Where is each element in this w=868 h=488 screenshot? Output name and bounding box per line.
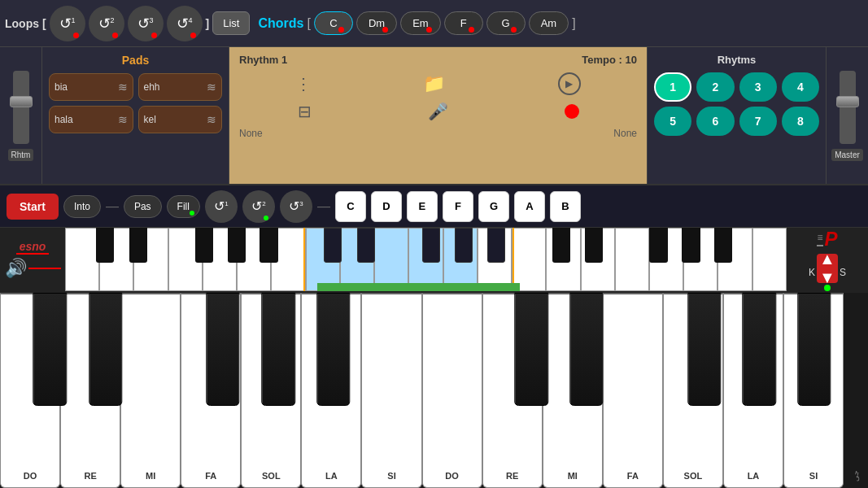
note-D[interactable]: D [371, 191, 402, 222]
pas-button[interactable]: Pas [124, 195, 162, 218]
none-right: None [613, 128, 637, 139]
rhythm-row2: ⊟ 🎤 [239, 102, 637, 121]
chord-c-dot [338, 27, 344, 33]
chord-btn-C[interactable]: C [314, 11, 353, 35]
key-sol-1[interactable]: SOL [241, 293, 301, 488]
chord-g-dot [511, 27, 517, 33]
rhythm-6-btn[interactable]: 6 [696, 107, 734, 136]
right-slider-thumb [836, 96, 859, 107]
key-sol-2[interactable]: SOL [663, 293, 723, 488]
note-A[interactable]: A [514, 191, 545, 222]
transpose-arrow[interactable]: ▲ ▼ [817, 254, 838, 283]
loop-btn-1[interactable]: ↺1 [50, 6, 85, 41]
right-slider-panel: Master [826, 47, 868, 184]
chord-btn-Dm[interactable]: Dm [356, 11, 397, 35]
key-la-1[interactable]: LA [301, 293, 361, 488]
master-label: Master [831, 149, 863, 161]
note-B[interactable]: B [550, 191, 581, 222]
chords-close-bracket: ] [572, 16, 575, 31]
top-bar: Loops [ ↺1 ↺2 ↺3 ↺4 ] List Chords [ C Dm… [0, 0, 868, 47]
middle-section: Rhtm Pads bia ≋ ehh ≋ hala ≋ kel ≋ [0, 47, 868, 185]
pads-section: Pads bia ≋ ehh ≋ hala ≋ kel ≋ [42, 47, 229, 184]
rhythm-7-btn[interactable]: 7 [739, 107, 777, 136]
key-fa-2[interactable]: FA [603, 293, 663, 488]
chords-open-bracket: [ [307, 16, 310, 31]
key-do-1[interactable]: DO [0, 293, 60, 488]
rhythm-5-btn[interactable]: 5 [654, 107, 691, 136]
note-F[interactable]: F [443, 191, 473, 222]
fill-button[interactable]: Fill [167, 195, 200, 218]
folder-icon[interactable]: 📁 [423, 73, 445, 94]
pad-ehh[interactable]: ehh ≋ [138, 73, 223, 101]
rhythm-3-btn[interactable]: 3 [739, 72, 777, 102]
chord-btn-F[interactable]: F [444, 11, 483, 35]
controls-bar: Start Into — Pas Fill ↺1 ↺2 ↺3 — C D E F… [0, 185, 868, 228]
pad-bia-label: bia [55, 81, 68, 93]
key-si-1[interactable]: SI [361, 293, 421, 488]
esno-red-line [16, 253, 49, 255]
rhythm-2-btn[interactable]: 2 [696, 72, 734, 102]
brand-watermark: ﺟﻰ [852, 470, 860, 481]
note-G[interactable]: G [478, 191, 509, 222]
rhythm-4-btn[interactable]: 4 [782, 72, 819, 102]
right-slider-track[interactable] [840, 71, 856, 144]
piano-mini-keys [65, 228, 787, 291]
pad-kel-wave: ≋ [207, 113, 216, 126]
orange-line-left [303, 228, 305, 291]
close-bracket: ] [206, 17, 210, 30]
loop-btn-2[interactable]: ↺2 [89, 6, 124, 41]
dash-2: — [317, 199, 330, 214]
key-re-1[interactable]: RE [60, 293, 120, 488]
key-mi-2[interactable]: MI [543, 293, 603, 488]
loop-btn-4[interactable]: ↺4 [167, 6, 203, 41]
key-re-2[interactable]: RE [482, 293, 543, 488]
loop-2-ctrl-dot [264, 216, 268, 220]
pad-kel[interactable]: kel ≋ [138, 106, 223, 133]
rhythm-1-btn[interactable]: 1 [654, 72, 691, 102]
staff-icon: ≡ [817, 232, 822, 246]
key-la-2[interactable]: LA [723, 293, 783, 488]
left-slider-track[interactable] [13, 71, 29, 144]
note-C[interactable]: C [335, 191, 366, 222]
chord-btn-Em[interactable]: Em [400, 11, 441, 35]
key-si-2[interactable]: SI [783, 293, 844, 488]
start-button[interactable]: Start [7, 194, 59, 220]
eq-icon[interactable]: ⊟ [298, 102, 312, 121]
loop-3-symbol: ↺3 [137, 15, 154, 33]
note-E[interactable]: E [407, 191, 438, 222]
loop-2-dot [112, 33, 118, 38]
pad-ehh-wave: ≋ [207, 81, 216, 94]
loop-ctrl-1[interactable]: ↺1 [205, 190, 238, 223]
loop-4-symbol: ↺4 [177, 15, 193, 33]
rhythms-grid: 1 2 3 4 5 6 7 8 [654, 72, 819, 136]
rhythm-header: Rhythm 1 Tempo : 10 [239, 54, 637, 66]
pad-bia[interactable]: bia ≋ [49, 73, 133, 101]
pads-title: Pads [49, 54, 222, 67]
list-button[interactable]: List [212, 11, 250, 35]
sound-red-line [28, 268, 61, 269]
pads-grid: bia ≋ ehh ≋ hala ≋ kel ≋ [49, 73, 222, 133]
pad-hala-wave: ≋ [118, 113, 128, 126]
mic-icon[interactable]: 🎤 [428, 102, 448, 121]
chord-btn-Am[interactable]: Am [529, 11, 569, 35]
rhythm-8-btn[interactable]: 8 [782, 107, 819, 136]
chord-btn-G[interactable]: G [486, 11, 526, 35]
rhythms-title: Rhytms [654, 54, 819, 66]
pad-ehh-label: ehh [144, 81, 160, 93]
rhythm-controls: ⋮ 📁 ▶ [239, 72, 637, 95]
key-do-2[interactable]: DO [422, 293, 482, 488]
loop-ctrl-2[interactable]: ↺2 [242, 190, 275, 223]
s-label: S [840, 267, 846, 278]
loop-ctrl-3[interactable]: ↺3 [280, 190, 312, 223]
play-button[interactable]: ▶ [558, 72, 581, 95]
loop-btn-3[interactable]: ↺3 [128, 6, 164, 41]
speaker-icon: 🔊 [5, 258, 27, 279]
rhythm-title: Rhythm 1 [239, 54, 287, 66]
key-mi-1[interactable]: MI [120, 293, 181, 488]
pad-hala[interactable]: hala ≋ [49, 106, 133, 133]
pad-bia-wave: ≋ [118, 81, 128, 94]
into-button[interactable]: Into [63, 195, 101, 218]
piano-mini-right: ≡ P K ▲ ▼ S [787, 228, 868, 291]
key-fa-1[interactable]: FA [181, 293, 241, 488]
rec-dot[interactable] [565, 104, 579, 119]
